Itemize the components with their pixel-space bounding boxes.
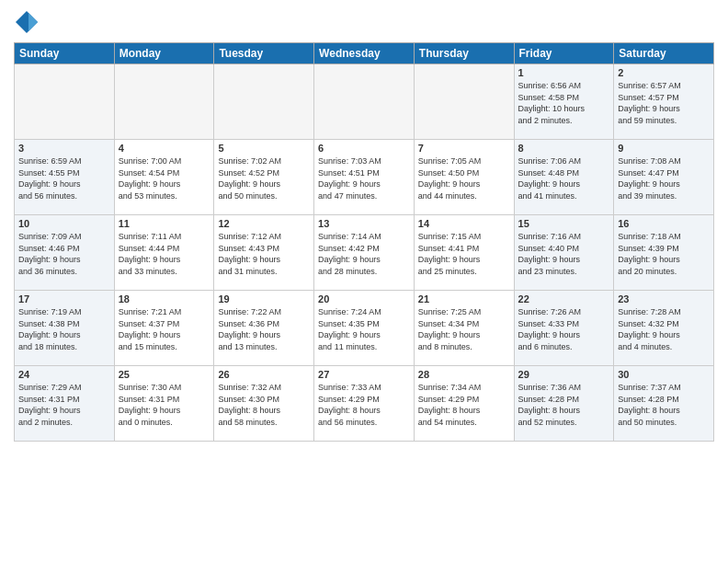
day-info: Sunrise: 7:05 AM Sunset: 4:50 PM Dayligh…	[418, 155, 510, 201]
calendar-day-cell: 17Sunrise: 7:19 AM Sunset: 4:38 PM Dayli…	[15, 291, 115, 366]
calendar-day-cell: 25Sunrise: 7:30 AM Sunset: 4:31 PM Dayli…	[114, 366, 214, 442]
day-number: 6	[318, 143, 410, 154]
day-number: 12	[218, 218, 310, 229]
day-number: 30	[618, 369, 710, 380]
calendar-day-cell: 16Sunrise: 7:18 AM Sunset: 4:39 PM Dayli…	[614, 215, 714, 291]
day-info: Sunrise: 6:56 AM Sunset: 4:58 PM Dayligh…	[518, 80, 610, 126]
day-info: Sunrise: 7:36 AM Sunset: 4:28 PM Dayligh…	[518, 382, 610, 428]
calendar-day-cell: 10Sunrise: 7:09 AM Sunset: 4:46 PM Dayli…	[15, 215, 115, 291]
calendar-day-cell: 4Sunrise: 7:00 AM Sunset: 4:54 PM Daylig…	[114, 140, 214, 215]
day-info: Sunrise: 7:21 AM Sunset: 4:37 PM Dayligh…	[119, 306, 210, 352]
day-number: 4	[119, 143, 210, 154]
day-number: 1	[518, 67, 610, 78]
calendar-week-row: 10Sunrise: 7:09 AM Sunset: 4:46 PM Dayli…	[15, 215, 714, 291]
calendar-week-row: 24Sunrise: 7:29 AM Sunset: 4:31 PM Dayli…	[15, 366, 714, 442]
day-info: Sunrise: 7:12 AM Sunset: 4:43 PM Dayligh…	[218, 231, 310, 277]
calendar-day-cell: 29Sunrise: 7:36 AM Sunset: 4:28 PM Dayli…	[514, 366, 614, 442]
day-info: Sunrise: 7:25 AM Sunset: 4:34 PM Dayligh…	[418, 306, 510, 352]
day-number: 7	[418, 143, 510, 154]
calendar-day-cell	[414, 64, 514, 140]
calendar-day-cell: 23Sunrise: 7:28 AM Sunset: 4:32 PM Dayli…	[614, 291, 714, 366]
calendar-day-cell	[214, 64, 314, 140]
calendar-day-cell: 26Sunrise: 7:32 AM Sunset: 4:30 PM Dayli…	[214, 366, 314, 442]
day-number: 26	[218, 369, 310, 380]
calendar-day-cell: 13Sunrise: 7:14 AM Sunset: 4:42 PM Dayli…	[314, 215, 415, 291]
calendar-day-cell: 9Sunrise: 7:08 AM Sunset: 4:47 PM Daylig…	[614, 140, 714, 215]
day-number: 19	[218, 293, 310, 304]
calendar-day-cell: 2Sunrise: 6:57 AM Sunset: 4:57 PM Daylig…	[614, 64, 714, 140]
calendar-day-cell	[114, 64, 214, 140]
svg-marker-1	[28, 13, 38, 31]
calendar-header-sunday: Sunday	[15, 43, 115, 64]
day-info: Sunrise: 6:57 AM Sunset: 4:57 PM Dayligh…	[618, 80, 710, 126]
day-info: Sunrise: 7:22 AM Sunset: 4:36 PM Dayligh…	[218, 306, 310, 352]
calendar-header-wednesday: Wednesday	[314, 43, 415, 64]
day-number: 14	[418, 218, 510, 229]
calendar-day-cell: 19Sunrise: 7:22 AM Sunset: 4:36 PM Dayli…	[214, 291, 314, 366]
calendar-day-cell	[314, 64, 415, 140]
day-number: 25	[119, 369, 210, 380]
day-info: Sunrise: 7:33 AM Sunset: 4:29 PM Dayligh…	[318, 382, 410, 428]
day-info: Sunrise: 7:06 AM Sunset: 4:48 PM Dayligh…	[518, 155, 610, 201]
day-info: Sunrise: 7:32 AM Sunset: 4:30 PM Dayligh…	[218, 382, 310, 428]
day-number: 9	[618, 143, 710, 154]
calendar-week-row: 3Sunrise: 6:59 AM Sunset: 4:55 PM Daylig…	[15, 140, 714, 215]
calendar-day-cell: 12Sunrise: 7:12 AM Sunset: 4:43 PM Dayli…	[214, 215, 314, 291]
day-number: 15	[518, 218, 610, 229]
calendar-day-cell: 7Sunrise: 7:05 AM Sunset: 4:50 PM Daylig…	[414, 140, 514, 215]
calendar-day-cell: 21Sunrise: 7:25 AM Sunset: 4:34 PM Dayli…	[414, 291, 514, 366]
header	[14, 9, 714, 35]
calendar-header-monday: Monday	[114, 43, 214, 64]
calendar-day-cell: 22Sunrise: 7:26 AM Sunset: 4:33 PM Dayli…	[514, 291, 614, 366]
day-number: 8	[518, 143, 610, 154]
page: SundayMondayTuesdayWednesdayThursdayFrid…	[0, 0, 728, 563]
calendar-day-cell: 20Sunrise: 7:24 AM Sunset: 4:35 PM Dayli…	[314, 291, 415, 366]
calendar-day-cell: 6Sunrise: 7:03 AM Sunset: 4:51 PM Daylig…	[314, 140, 415, 215]
day-info: Sunrise: 7:19 AM Sunset: 4:38 PM Dayligh…	[18, 306, 110, 352]
calendar-day-cell: 27Sunrise: 7:33 AM Sunset: 4:29 PM Dayli…	[314, 366, 415, 442]
day-info: Sunrise: 7:15 AM Sunset: 4:41 PM Dayligh…	[418, 231, 510, 277]
day-number: 11	[119, 218, 210, 229]
day-info: Sunrise: 7:03 AM Sunset: 4:51 PM Dayligh…	[318, 155, 410, 201]
calendar-day-cell: 3Sunrise: 6:59 AM Sunset: 4:55 PM Daylig…	[15, 140, 115, 215]
calendar-day-cell: 28Sunrise: 7:34 AM Sunset: 4:29 PM Dayli…	[414, 366, 514, 442]
calendar-day-cell: 18Sunrise: 7:21 AM Sunset: 4:37 PM Dayli…	[114, 291, 214, 366]
calendar-day-cell: 1Sunrise: 6:56 AM Sunset: 4:58 PM Daylig…	[514, 64, 614, 140]
calendar-day-cell: 14Sunrise: 7:15 AM Sunset: 4:41 PM Dayli…	[414, 215, 514, 291]
calendar-week-row: 17Sunrise: 7:19 AM Sunset: 4:38 PM Dayli…	[15, 291, 714, 366]
day-number: 17	[18, 293, 110, 304]
calendar-day-cell: 30Sunrise: 7:37 AM Sunset: 4:28 PM Dayli…	[614, 366, 714, 442]
day-info: Sunrise: 7:16 AM Sunset: 4:40 PM Dayligh…	[518, 231, 610, 277]
calendar-table: SundayMondayTuesdayWednesdayThursdayFrid…	[14, 42, 714, 442]
day-info: Sunrise: 7:26 AM Sunset: 4:33 PM Dayligh…	[518, 306, 610, 352]
logo	[14, 9, 43, 35]
day-info: Sunrise: 7:30 AM Sunset: 4:31 PM Dayligh…	[119, 382, 210, 428]
calendar-header-friday: Friday	[514, 43, 614, 64]
day-number: 23	[618, 293, 710, 304]
day-number: 24	[18, 369, 110, 380]
day-number: 5	[218, 143, 310, 154]
day-number: 10	[18, 218, 110, 229]
day-number: 29	[518, 369, 610, 380]
day-info: Sunrise: 7:37 AM Sunset: 4:28 PM Dayligh…	[618, 382, 710, 428]
day-info: Sunrise: 7:02 AM Sunset: 4:52 PM Dayligh…	[218, 155, 310, 201]
day-info: Sunrise: 7:28 AM Sunset: 4:32 PM Dayligh…	[618, 306, 710, 352]
day-number: 2	[618, 67, 710, 78]
calendar-day-cell: 8Sunrise: 7:06 AM Sunset: 4:48 PM Daylig…	[514, 140, 614, 215]
day-info: Sunrise: 7:18 AM Sunset: 4:39 PM Dayligh…	[618, 231, 710, 277]
day-info: Sunrise: 7:09 AM Sunset: 4:46 PM Dayligh…	[18, 231, 110, 277]
day-number: 20	[318, 293, 410, 304]
day-info: Sunrise: 7:08 AM Sunset: 4:47 PM Dayligh…	[618, 155, 710, 201]
calendar-header-row: SundayMondayTuesdayWednesdayThursdayFrid…	[15, 43, 714, 64]
calendar-header-saturday: Saturday	[614, 43, 714, 64]
day-info: Sunrise: 7:14 AM Sunset: 4:42 PM Dayligh…	[318, 231, 410, 277]
calendar-day-cell	[15, 64, 115, 140]
day-number: 3	[18, 143, 110, 154]
logo-icon	[14, 9, 40, 35]
calendar-week-row: 1Sunrise: 6:56 AM Sunset: 4:58 PM Daylig…	[15, 64, 714, 140]
day-number: 16	[618, 218, 710, 229]
calendar-day-cell: 15Sunrise: 7:16 AM Sunset: 4:40 PM Dayli…	[514, 215, 614, 291]
day-number: 21	[418, 293, 510, 304]
day-number: 27	[318, 369, 410, 380]
calendar-day-cell: 5Sunrise: 7:02 AM Sunset: 4:52 PM Daylig…	[214, 140, 314, 215]
